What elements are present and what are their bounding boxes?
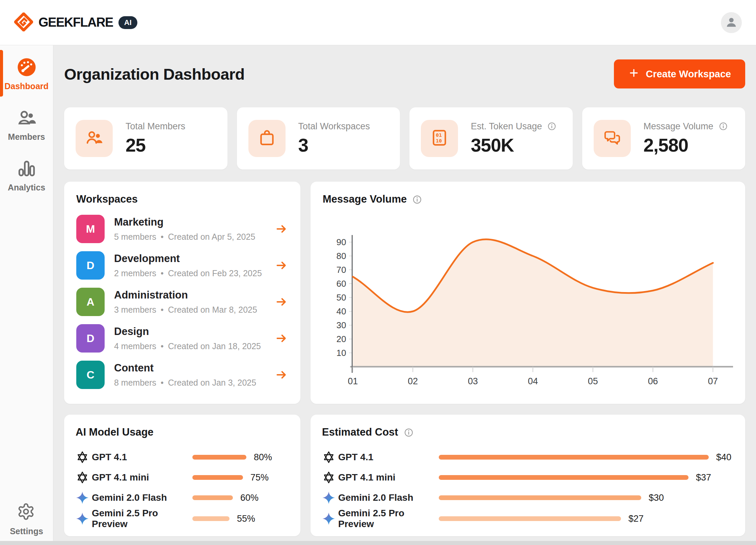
sidebar-item-members[interactable]: Members bbox=[0, 108, 53, 142]
chat-bubbles-icon bbox=[603, 128, 622, 149]
workspace-created: Created on Feb 23, 2025 bbox=[168, 268, 262, 278]
arrow-right-icon[interactable] bbox=[275, 259, 288, 272]
arrow-right-icon[interactable] bbox=[275, 368, 288, 382]
brand-name: GEEKFLARE bbox=[38, 15, 113, 30]
dot-separator: • bbox=[161, 341, 164, 351]
cost-bar: $27 bbox=[439, 514, 734, 524]
page-header: Organization Dashboard Create Workspace bbox=[64, 59, 745, 88]
svg-text:90: 90 bbox=[336, 237, 346, 247]
stat-tile bbox=[248, 120, 286, 157]
svg-text:70: 70 bbox=[336, 265, 346, 275]
workspace-info: Development 2 members • Created on Feb 2… bbox=[114, 253, 275, 278]
openai-logo-icon bbox=[322, 471, 335, 484]
members-icon bbox=[17, 108, 36, 128]
stat-label: Est. Token Usage bbox=[471, 121, 542, 132]
stat-card-message-volume: Message Volume 2,580 bbox=[582, 107, 746, 170]
openai-logo-icon bbox=[76, 471, 89, 484]
workspace-created: Created on Apr 5, 2025 bbox=[168, 232, 255, 242]
model-name: GPT 4.1 bbox=[92, 452, 192, 463]
sidebar-item-dashboard[interactable]: Dashboard bbox=[0, 57, 53, 91]
user-avatar[interactable] bbox=[721, 12, 742, 33]
workspaces-bag-icon bbox=[258, 128, 276, 149]
model-name: Gemini 2.5 Pro Preview bbox=[92, 508, 192, 529]
dot-separator: • bbox=[161, 268, 164, 278]
bar-value: 55% bbox=[237, 514, 255, 524]
estimated-cost-title: Estimated Cost bbox=[322, 426, 398, 438]
info-icon[interactable] bbox=[547, 121, 557, 131]
estimated-cost-panel: Estimated Cost GPT 4.1 bbox=[310, 415, 745, 536]
cost-bar: $30 bbox=[439, 493, 734, 503]
gemini-star-icon bbox=[322, 491, 335, 504]
info-icon[interactable] bbox=[718, 121, 728, 131]
svg-text:07: 07 bbox=[708, 376, 718, 386]
bar-fill bbox=[439, 455, 709, 460]
workspace-created: Created on Jan 3, 2025 bbox=[168, 378, 256, 388]
sidebar-label-members: Members bbox=[8, 132, 45, 142]
workspace-info: Design 4 members • Created on Jan 18, 20… bbox=[114, 326, 275, 351]
workspace-meta: 8 members • Created on Jan 3, 2025 bbox=[114, 378, 275, 388]
svg-text:05: 05 bbox=[588, 376, 598, 386]
message-volume-title: Message Volume bbox=[323, 193, 407, 205]
ai-model-usage-panel: AI Model Usage GPT 4.1 80% bbox=[64, 415, 300, 536]
message-volume-panel: Message Volume 1020304050607080900102030… bbox=[310, 182, 745, 404]
workspace-members: 8 members bbox=[114, 378, 156, 388]
workspace-row-design[interactable]: D Design 4 members • Created on Jan 18, … bbox=[76, 324, 288, 353]
stat-value: 350K bbox=[471, 134, 557, 156]
dot-separator: • bbox=[161, 232, 164, 242]
svg-text:30: 30 bbox=[336, 320, 346, 330]
workspace-members: 4 members bbox=[114, 341, 156, 351]
workspace-row-content[interactable]: C Content 8 members • Created on Jan 3, … bbox=[76, 361, 288, 389]
brand-logo[interactable]: GEEKFLARE AI bbox=[14, 12, 137, 33]
dot-separator: • bbox=[161, 378, 164, 388]
workspace-created: Created on Jan 18, 2025 bbox=[168, 341, 261, 351]
sidebar-item-settings[interactable]: Settings bbox=[0, 502, 53, 536]
members-stat-icon bbox=[85, 128, 104, 149]
stat-text: Est. Token Usage 350K bbox=[471, 121, 557, 156]
stat-value: 2,580 bbox=[644, 134, 728, 156]
workspace-info: Administration 3 members • Created on Ma… bbox=[114, 289, 275, 315]
horizontal-scrollbar[interactable] bbox=[0, 541, 756, 545]
svg-text:10: 10 bbox=[336, 348, 346, 358]
workspace-row-marketing[interactable]: M Marketing 5 members • Created on Apr 5… bbox=[76, 215, 288, 243]
arrow-right-icon[interactable] bbox=[275, 332, 288, 345]
sidebar-label-settings: Settings bbox=[10, 526, 43, 536]
workspace-meta: 2 members • Created on Feb 23, 2025 bbox=[114, 268, 275, 278]
cost-row-gemini-25-pro: Gemini 2.5 Pro Preview $27 bbox=[322, 508, 734, 528]
usage-bar: 60% bbox=[192, 493, 289, 503]
workspace-members: 3 members bbox=[114, 305, 156, 315]
sidebar: Dashboard Members Analyti bbox=[0, 45, 53, 545]
geekflare-logo-icon bbox=[14, 12, 33, 33]
sidebar-label-dashboard: Dashboard bbox=[4, 81, 49, 91]
workspaces-title: Workspaces bbox=[76, 193, 288, 205]
stat-text: Total Members 25 bbox=[126, 121, 185, 156]
svg-text:03: 03 bbox=[468, 376, 478, 386]
stat-label: Total Members bbox=[126, 121, 185, 132]
create-workspace-button[interactable]: Create Workspace bbox=[614, 59, 745, 88]
info-icon[interactable] bbox=[412, 194, 422, 204]
stat-text: Total Workspaces 3 bbox=[298, 121, 370, 156]
workspace-info: Marketing 5 members • Created on Apr 5, … bbox=[114, 216, 275, 242]
openai-logo-icon bbox=[322, 450, 335, 464]
usage-rows: GPT 4.1 80% GPT 4.1 mini bbox=[76, 447, 289, 528]
message-volume-chart: 10203040506070809001020304050607 bbox=[323, 218, 733, 387]
cost-rows: GPT 4.1 $40 GPT 4.1 mini bbox=[322, 447, 734, 528]
arrow-right-icon[interactable] bbox=[275, 222, 288, 236]
workspace-badge: M bbox=[76, 215, 105, 243]
workspace-row-administration[interactable]: A Administration 3 members • Created on … bbox=[76, 288, 288, 316]
bar-fill bbox=[192, 455, 246, 460]
stat-text: Message Volume 2,580 bbox=[644, 121, 728, 156]
usage-row-gpt-41: GPT 4.1 80% bbox=[76, 447, 289, 467]
workspace-name: Content bbox=[114, 362, 275, 374]
stat-card-token-usage: 01 10 Est. Token Usage 35 bbox=[409, 107, 573, 170]
bar-value: 80% bbox=[254, 452, 272, 463]
model-name: Gemini 2.0 Flash bbox=[92, 492, 192, 503]
stat-label: Total Workspaces bbox=[298, 121, 370, 132]
arrow-right-icon[interactable] bbox=[275, 295, 288, 309]
workspace-row-development[interactable]: D Development 2 members • Created on Feb… bbox=[76, 251, 288, 280]
stat-tile bbox=[594, 120, 631, 157]
stat-value: 25 bbox=[126, 134, 185, 156]
sidebar-item-analytics[interactable]: Analytics bbox=[0, 159, 53, 192]
model-name: Gemini 2.5 Pro Preview bbox=[338, 508, 439, 529]
info-icon[interactable] bbox=[403, 427, 413, 437]
workspace-info: Content 8 members • Created on Jan 3, 20… bbox=[114, 362, 275, 388]
